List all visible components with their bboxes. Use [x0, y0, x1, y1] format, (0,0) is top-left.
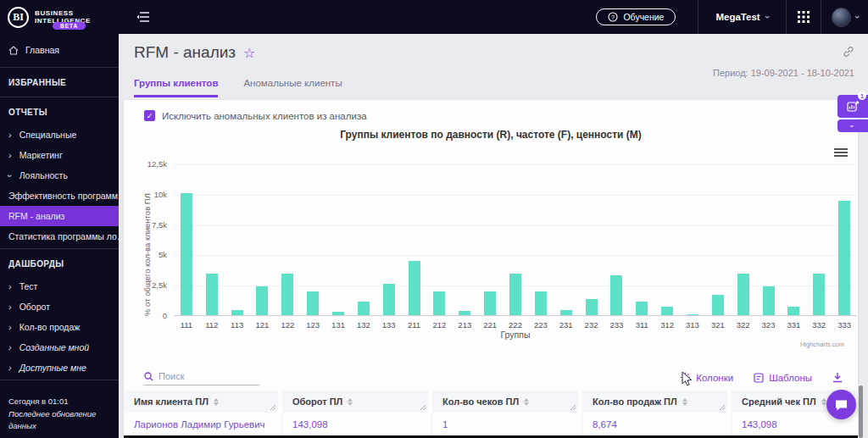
- bar-211[interactable]: [409, 261, 420, 315]
- svg-text:?: ?: [611, 14, 615, 21]
- bar-333[interactable]: [838, 201, 850, 315]
- chevron-right-icon: ›: [8, 302, 12, 312]
- column-resize-handle[interactable]: [570, 404, 576, 411]
- sort-icon[interactable]: [821, 398, 826, 406]
- bar-132[interactable]: [358, 302, 370, 315]
- training-button[interactable]: ? Обучение: [596, 8, 676, 25]
- tab-1[interactable]: Аномальные клиенты: [243, 78, 342, 97]
- report-settings-icon: [847, 101, 860, 113]
- search-input[interactable]: [159, 371, 252, 381]
- x-tick-label: 323: [762, 320, 776, 330]
- apps-grid-button[interactable]: [787, 0, 821, 34]
- columns-button-label: Колонки: [696, 373, 733, 383]
- bar-222[interactable]: [509, 274, 521, 315]
- bar-312[interactable]: [661, 307, 673, 315]
- sidebar-item[interactable]: ›Кол-во продаж: [0, 317, 119, 337]
- bar-232[interactable]: [586, 299, 598, 315]
- column-resize-handle[interactable]: [270, 404, 276, 411]
- sidebar-item[interactable]: Эффективность программ...: [0, 186, 119, 206]
- column-header[interactable]: Оборот ПЛ: [282, 391, 432, 413]
- vertical-scrollbar[interactable]: [859, 385, 863, 438]
- bar-213[interactable]: [459, 311, 470, 315]
- share-link-icon[interactable]: [843, 46, 854, 61]
- column-header-label: Оборот ПЛ: [292, 396, 342, 407]
- bar-322[interactable]: [737, 274, 749, 315]
- bar-231[interactable]: [560, 310, 572, 315]
- column-resize-handle[interactable]: [719, 404, 726, 411]
- collapse-sidebar-button[interactable]: [134, 8, 153, 26]
- sidebar-item[interactable]: Статистика программы ло...: [0, 226, 119, 247]
- app-logo[interactable]: BI BUSINESS INTELLIGENCE BETA: [0, 0, 119, 34]
- column-header[interactable]: Кол-во продаж ПЛ: [582, 391, 732, 413]
- client-name-link[interactable]: Ларионов Ладимир Гурьевич: [124, 413, 282, 437]
- report-card: ✓ Исключить аномальных клиентов из анали…: [124, 100, 858, 438]
- y-tick-label: 12,5k: [131, 159, 167, 169]
- workspace-dropdown[interactable]: MegaTest ›: [698, 0, 786, 34]
- sort-icon[interactable]: [682, 398, 687, 406]
- report-settings-button[interactable]: 1: [837, 95, 868, 118]
- bar-233[interactable]: [610, 275, 622, 315]
- sidebar-item[interactable]: ›Маркетинг: [0, 145, 119, 165]
- table-cell: 143,098: [282, 413, 432, 437]
- table-row: Ларионов Ладимир Гурьевич143,09818,67414…: [124, 413, 858, 437]
- chat-button[interactable]: [826, 390, 856, 419]
- exclude-anomalous-label: Исключить аномальных клиентов из анализа: [162, 111, 367, 121]
- bar-113[interactable]: [231, 310, 243, 315]
- x-tick-label: 121: [256, 320, 270, 330]
- x-tick-label: 232: [585, 320, 598, 330]
- table-search[interactable]: [144, 371, 259, 385]
- bar-331[interactable]: [787, 307, 799, 315]
- sidebar-item[interactable]: ›Тест: [0, 276, 119, 297]
- column-header[interactable]: Кол-во чеков ПЛ: [432, 391, 582, 413]
- sidebar-item[interactable]: ›Оборот: [0, 297, 119, 317]
- bar-112[interactable]: [206, 274, 218, 315]
- sidebar-item-label: Главная: [25, 45, 59, 55]
- bar-221[interactable]: [484, 291, 496, 315]
- chart-menu-button[interactable]: [834, 147, 848, 158]
- apps-grid-icon: [798, 11, 810, 23]
- column-resize-handle[interactable]: [420, 404, 426, 411]
- bar-332[interactable]: [813, 274, 825, 315]
- report-settings-expand-button[interactable]: ›: [837, 119, 868, 132]
- columns-button[interactable]: Колонки: [680, 372, 733, 383]
- sidebar-section-title: ОТЧЕТЫ: [0, 99, 119, 125]
- tab-0[interactable]: Группы клиентов: [134, 78, 218, 97]
- sidebar-item[interactable]: ›Доступные мне: [0, 358, 119, 378]
- chevron-down-icon: ›: [849, 125, 858, 127]
- sidebar-item[interactable]: ›Специальные: [0, 125, 119, 145]
- bar-111[interactable]: [181, 193, 192, 315]
- templates-button[interactable]: Шаблоны: [754, 373, 812, 383]
- favorite-star-icon[interactable]: ☆: [243, 45, 255, 61]
- sidebar-item[interactable]: ›Созданные мной: [0, 337, 119, 358]
- bar-123[interactable]: [307, 291, 319, 315]
- bar-223[interactable]: [535, 291, 547, 315]
- sort-icon[interactable]: [524, 398, 529, 406]
- x-tick-label: 213: [458, 320, 471, 330]
- bar-321[interactable]: [712, 295, 724, 315]
- x-tick-label: 113: [231, 320, 243, 330]
- sidebar-item[interactable]: RFM - анализ: [0, 206, 119, 226]
- bar-313[interactable]: [687, 314, 698, 315]
- column-header-label: Средний чек ПЛ: [742, 396, 816, 407]
- bar-311[interactable]: [636, 302, 648, 315]
- exclude-anomalous-checkbox-row[interactable]: ✓ Исключить аномальных клиентов из анали…: [144, 110, 367, 121]
- bar-133[interactable]: [383, 284, 395, 315]
- exclude-anomalous-checkbox[interactable]: ✓: [144, 110, 155, 121]
- sidebar-item-home[interactable]: Главная: [0, 34, 119, 65]
- sort-icon[interactable]: [214, 398, 219, 406]
- column-header[interactable]: Имя клиента ПЛ: [124, 391, 282, 413]
- x-tick-label: 111: [181, 320, 192, 330]
- bar-122[interactable]: [281, 274, 293, 315]
- bar-121[interactable]: [256, 286, 268, 315]
- sidebar-item-label: Оборот: [19, 302, 50, 312]
- download-button[interactable]: [832, 372, 843, 383]
- sidebar-item-label: Маркетинг: [19, 150, 63, 160]
- bar-212[interactable]: [433, 291, 445, 315]
- sidebar-item-label: Тест: [19, 281, 38, 291]
- sidebar-item[interactable]: ›Лояльность: [0, 165, 119, 186]
- bar-323[interactable]: [763, 286, 775, 315]
- sort-icon[interactable]: [348, 398, 353, 406]
- bar-131[interactable]: [332, 312, 344, 315]
- user-menu[interactable]: ›: [821, 0, 868, 34]
- x-tick-label: 322: [737, 320, 750, 330]
